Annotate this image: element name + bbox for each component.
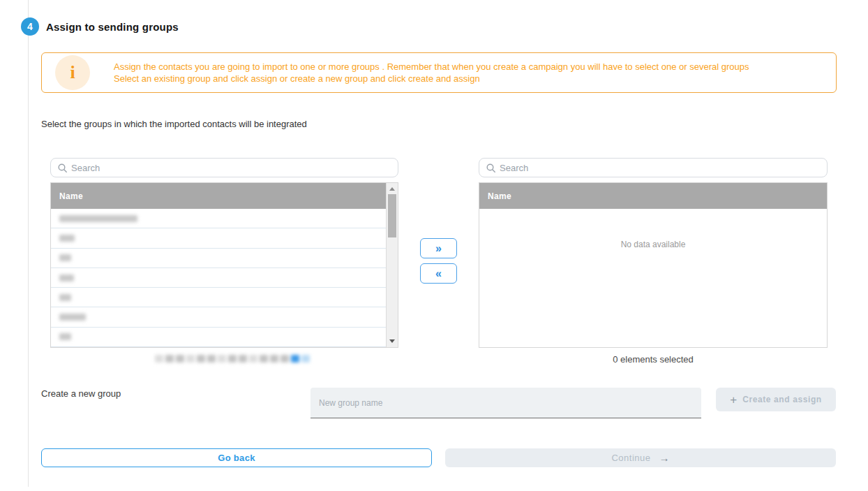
stepper-line [28,0,29,487]
available-groups-search[interactable] [50,158,398,177]
pagination-item[interactable] [155,355,163,362]
pagination-item[interactable] [165,355,174,362]
create-and-assign-button[interactable]: + Create and assign [716,388,836,411]
chevron-left-double-icon: « [435,268,442,279]
info-icon: i [55,55,90,90]
info-banner-text: Assign the contacts you are going to imp… [114,61,749,85]
redacted-text [59,294,71,301]
column-header-name: Name [479,183,827,209]
pagination-item[interactable] [249,355,257,362]
redacted-text [59,314,86,321]
group-row-redacted[interactable] [51,307,387,327]
instruction-text: Select the groups in which the imported … [41,119,307,129]
available-groups-table-body [51,209,387,347]
assigned-groups-table: Name No data available [479,182,828,348]
pagination-current-page[interactable] [291,355,299,362]
group-row-redacted[interactable] [51,288,387,307]
continue-label: Continue [611,453,650,463]
info-banner: i Assign the contacts you are going to i… [41,52,837,93]
continue-button[interactable]: Continue → [445,448,836,467]
step-number: 4 [27,21,33,32]
redacted-text [59,215,137,222]
go-back-button[interactable]: Go back [41,448,432,467]
scroll-up-icon[interactable] [389,187,395,191]
empty-state-text: No data available [479,209,827,249]
group-row-redacted[interactable] [51,249,387,268]
assigned-groups-table-body: No data available [479,209,827,347]
pagination-item[interactable] [270,355,278,362]
pagination-item[interactable] [176,355,184,362]
pagination-item[interactable] [228,355,237,362]
plus-icon: + [730,394,737,406]
assign-selected-button[interactable]: » [420,238,457,258]
pagination-item[interactable] [260,355,268,362]
available-groups-table: Name [50,182,398,348]
redacted-text [59,235,75,242]
chevron-right-double-icon: » [435,243,442,254]
scroll-thumb[interactable] [388,194,396,237]
import-wizard-step4-page: 4 Assign to sending groups i Assign the … [0,0,868,491]
group-row-redacted[interactable] [51,328,387,347]
search-icon [486,163,495,173]
pagination-item[interactable] [186,355,195,362]
create-group-label: Create a new group [41,388,121,399]
table-scrollbar[interactable] [386,183,398,347]
pagination-item[interactable] [239,355,247,362]
column-header-label: Name [59,191,83,201]
group-row-redacted[interactable] [51,209,387,228]
step-number-badge: 4 [21,17,39,36]
remove-selected-button[interactable]: « [420,263,457,284]
new-group-name-input[interactable] [310,388,701,418]
column-header-label: Name [488,191,511,201]
scroll-down-icon[interactable] [389,339,395,343]
redacted-text [59,254,71,261]
redacted-text [59,333,71,340]
pagination-item[interactable] [280,355,289,362]
info-banner-line1: Assign the contacts you are going to imp… [114,61,749,73]
create-and-assign-label: Create and assign [742,395,822,404]
pagination-item[interactable] [197,355,205,362]
info-banner-line2: Select an existing group and click assig… [114,73,749,85]
arrow-right-icon: → [659,453,670,463]
page-title: Assign to sending groups [46,21,179,33]
column-header-name: Name [51,183,387,209]
group-row-redacted[interactable] [51,268,387,288]
info-icon-glyph: i [70,64,75,82]
pagination-redacted[interactable] [155,355,310,362]
pagination-current-page[interactable] [301,355,310,362]
selected-count-text: 0 elements selected [479,354,828,365]
pagination-item[interactable] [207,355,216,362]
group-row-redacted[interactable] [51,228,387,248]
search-input[interactable] [71,163,377,173]
search-input[interactable] [500,163,806,173]
assigned-groups-search[interactable] [479,158,828,177]
redacted-text [59,274,74,281]
pagination-item[interactable] [218,355,226,362]
search-icon [58,163,67,173]
